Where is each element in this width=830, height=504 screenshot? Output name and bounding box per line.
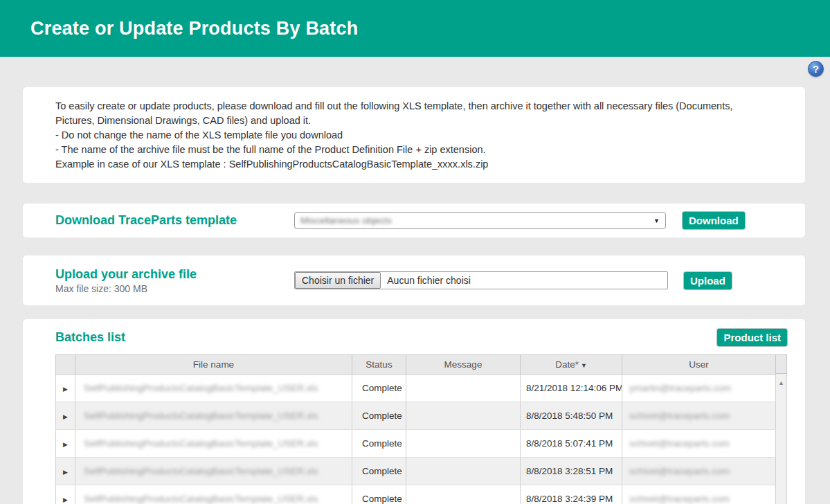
message-cell bbox=[406, 402, 521, 430]
date-cell: 8/8/2018 5:48:50 PM bbox=[521, 402, 622, 430]
chevron-down-icon: ▼ bbox=[653, 217, 660, 224]
expand-row-icon[interactable]: ▶ bbox=[63, 386, 68, 393]
col-header-status[interactable]: Status bbox=[352, 355, 406, 375]
col-header-file-name[interactable]: File name bbox=[75, 355, 352, 375]
expand-row-icon[interactable]: ▶ bbox=[63, 469, 68, 476]
help-icon[interactable]: ? bbox=[808, 61, 824, 77]
status-cell: Complete bbox=[352, 430, 406, 458]
user-cell: ymartin@traceparts.com bbox=[629, 383, 731, 393]
file-name-cell: SelfPublishingProductsCatalogBasicTempla… bbox=[84, 466, 318, 476]
user-cell: schivet@traceparts.com bbox=[629, 438, 730, 449]
file-name-cell: SelfPublishingProductsCatalogBasicTempla… bbox=[84, 494, 318, 504]
table-row: ▶ SelfPublishingProductsCatalogBasicTemp… bbox=[56, 375, 776, 402]
max-file-size-label: Max file size: 300 MB bbox=[55, 283, 294, 294]
archive-file-input[interactable]: Choisir un fichier Aucun fichier choisi bbox=[294, 271, 668, 289]
expand-row-icon[interactable]: ▶ bbox=[63, 496, 68, 503]
table-row: ▶ SelfPublishingProductsCatalogBasicTemp… bbox=[56, 458, 776, 485]
download-template-card: Download TraceParts template Miscellaneo… bbox=[23, 204, 805, 237]
template-select[interactable]: Miscellaneous objects ▼ bbox=[294, 212, 666, 229]
col-header-user[interactable]: User bbox=[622, 355, 776, 375]
status-cell: Complete bbox=[352, 458, 406, 485]
scrollbar-header-cell bbox=[776, 354, 787, 374]
col-header-message[interactable]: Message bbox=[406, 355, 521, 375]
col-header-expand bbox=[56, 355, 75, 375]
table-scrollbar[interactable]: ▲ bbox=[776, 354, 787, 504]
scroll-up-icon[interactable]: ▲ bbox=[778, 379, 784, 504]
instructions-card: To easily create or update products, ple… bbox=[23, 87, 805, 183]
message-cell bbox=[406, 485, 521, 504]
download-template-heading: Download TraceParts template bbox=[55, 213, 294, 228]
col-header-date[interactable]: Date*▼ bbox=[521, 355, 622, 375]
user-cell: schivet@traceparts.com bbox=[629, 494, 730, 504]
question-mark-glyph: ? bbox=[813, 63, 819, 75]
instructions-line-4: Example in case of our XLS template : Se… bbox=[55, 157, 773, 172]
table-row: ▶ SelfPublishingProductsCatalogBasicTemp… bbox=[56, 430, 776, 458]
status-cell: Complete bbox=[352, 485, 406, 504]
file-chosen-status: Aucun fichier choisi bbox=[381, 272, 471, 289]
scrollbar-track[interactable]: ▲ bbox=[776, 374, 787, 504]
date-cell: 8/8/2018 3:24:39 PM bbox=[521, 485, 622, 504]
product-list-button[interactable]: Product list bbox=[717, 329, 787, 346]
batches-table-wrap: File name Status Message Date*▼ User ▶ S… bbox=[55, 354, 787, 504]
template-select-value: Miscellaneous objects bbox=[300, 215, 392, 226]
date-cell: 8/21/2018 12:14:06 PM bbox=[521, 375, 622, 402]
batches-card: Batches list Product list File name Stat… bbox=[23, 319, 805, 504]
file-name-cell: SelfPublishingProductsCatalogBasicTempla… bbox=[84, 411, 318, 421]
user-cell: schivet@traceparts.com bbox=[629, 466, 730, 476]
user-cell: schivet@traceparts.com bbox=[629, 411, 730, 421]
message-cell bbox=[406, 375, 521, 402]
batches-table: File name Status Message Date*▼ User ▶ S… bbox=[55, 354, 776, 504]
table-row: ▶ SelfPublishingProductsCatalogBasicTemp… bbox=[56, 402, 776, 430]
status-cell: Complete bbox=[352, 402, 406, 430]
upload-archive-heading: Upload your archive file bbox=[55, 267, 294, 282]
instructions-line-3: - The name of the archive file must be t… bbox=[55, 143, 773, 157]
instructions-line-2: - Do not change the name of the XLS temp… bbox=[55, 128, 773, 143]
sort-desc-icon: ▼ bbox=[581, 362, 587, 369]
message-cell bbox=[406, 458, 521, 485]
message-cell bbox=[406, 430, 521, 458]
file-name-cell: SelfPublishingProductsCatalogBasicTempla… bbox=[84, 383, 318, 393]
status-cell: Complete bbox=[352, 375, 406, 402]
page-header: Create or Update Products By Batch bbox=[0, 0, 830, 57]
batches-list-heading: Batches list bbox=[55, 330, 125, 345]
page-title: Create or Update Products By Batch bbox=[30, 18, 358, 39]
file-name-cell: SelfPublishingProductsCatalogBasicTempla… bbox=[84, 438, 318, 449]
upload-button[interactable]: Upload bbox=[684, 272, 732, 289]
choose-file-button[interactable]: Choisir un fichier bbox=[295, 272, 381, 289]
date-cell: 8/8/2018 5:07:41 PM bbox=[521, 430, 622, 458]
date-cell: 8/8/2018 3:28:51 PM bbox=[521, 458, 622, 485]
table-header-row: File name Status Message Date*▼ User bbox=[56, 355, 776, 375]
expand-row-icon[interactable]: ▶ bbox=[63, 413, 68, 420]
download-button[interactable]: Download bbox=[683, 212, 745, 229]
expand-row-icon[interactable]: ▶ bbox=[63, 441, 68, 448]
table-row: ▶ SelfPublishingProductsCatalogBasicTemp… bbox=[56, 485, 776, 504]
instructions-line-1: To easily create or update products, ple… bbox=[55, 99, 773, 128]
upload-archive-card: Upload your archive file Max file size: … bbox=[23, 255, 805, 305]
